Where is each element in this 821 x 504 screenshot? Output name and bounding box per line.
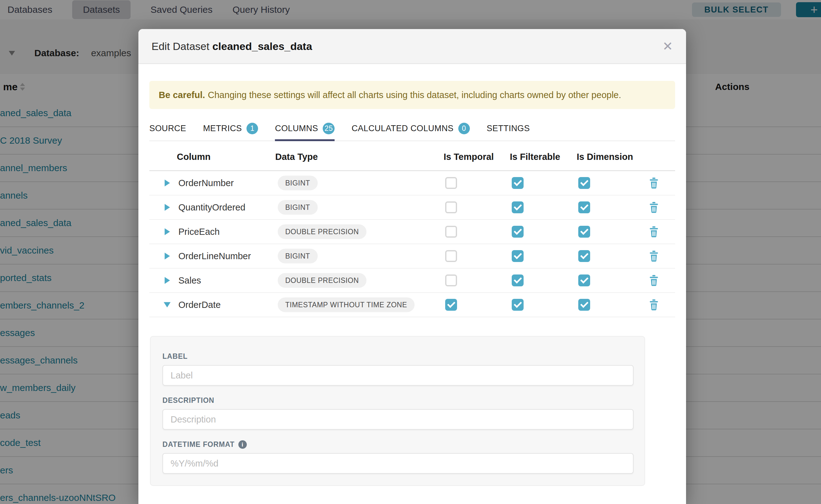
- expand-row-icon[interactable]: [165, 204, 170, 211]
- data-type-pill: DOUBLE PRECISION: [278, 273, 366, 288]
- columns-table-header: Column Data Type Is Temporal Is Filterab…: [149, 141, 675, 171]
- is-filterable-checkbox[interactable]: [512, 250, 524, 262]
- data-type-pill: TIMESTAMP WITHOUT TIME ZONE: [278, 298, 415, 312]
- column-name: QuantityOrdered: [178, 202, 245, 213]
- data-type-pill: DOUBLE PRECISION: [278, 225, 366, 239]
- is-temporal-checkbox[interactable]: [445, 226, 457, 238]
- column-header-column: Column: [177, 152, 210, 162]
- label-input[interactable]: [162, 365, 634, 386]
- column-row-ordernumber: OrderNumberBIGINT: [149, 171, 675, 195]
- collapse-row-icon[interactable]: [164, 302, 171, 308]
- is-temporal-checkbox[interactable]: [445, 201, 457, 213]
- delete-column-button[interactable]: [649, 250, 659, 262]
- tab-source[interactable]: SOURCE: [149, 123, 186, 141]
- column-name: OrderDate: [178, 300, 220, 310]
- is-filterable-checkbox[interactable]: [512, 274, 524, 286]
- datetime-format-label-text: DATETIME FORMAT: [162, 440, 235, 449]
- delete-column-button[interactable]: [649, 177, 659, 189]
- description-input[interactable]: [162, 409, 634, 430]
- label-field-label: LABEL: [162, 352, 633, 361]
- is-temporal-checkbox[interactable]: [445, 274, 457, 286]
- tab-label: SETTINGS: [487, 124, 530, 133]
- is-filterable-checkbox[interactable]: [512, 177, 524, 189]
- datetime-format-input[interactable]: [162, 453, 634, 474]
- tab-label: METRICS: [203, 124, 242, 133]
- is-dimension-checkbox[interactable]: [578, 299, 590, 311]
- description-field-label: DESCRIPTION: [162, 396, 633, 405]
- delete-column-button[interactable]: [649, 226, 659, 237]
- tab-label: CALCULATED COLUMNS: [351, 124, 453, 133]
- warning-banner-text: Changing these settings will affect all …: [208, 90, 621, 100]
- columns-table-body: OrderNumberBIGINTQuantityOrderedBIGINTPr…: [149, 171, 675, 317]
- is-dimension-checkbox[interactable]: [578, 250, 590, 262]
- data-type-pill: BIGINT: [278, 176, 318, 190]
- expand-row-icon[interactable]: [165, 277, 170, 284]
- tab-count-badge: 25: [323, 123, 334, 134]
- column-row-orderlinenumber: OrderLineNumberBIGINT: [149, 244, 675, 269]
- column-name: OrderLineNumber: [178, 251, 251, 261]
- delete-column-button[interactable]: [649, 299, 659, 310]
- tab-settings[interactable]: SETTINGS: [487, 123, 530, 141]
- column-header-is-dimension: Is Dimension: [577, 152, 633, 162]
- is-temporal-checkbox[interactable]: [445, 177, 457, 189]
- is-filterable-checkbox[interactable]: [512, 226, 524, 238]
- tab-label: COLUMNS: [275, 124, 318, 133]
- is-dimension-checkbox[interactable]: [578, 201, 590, 213]
- column-header-data-type: Data Type: [275, 152, 318, 162]
- column-detail-panel: LABEL DESCRIPTION DATETIME FORMAT i: [150, 336, 645, 486]
- tab-calculated-columns[interactable]: CALCULATED COLUMNS0: [351, 123, 470, 141]
- is-dimension-checkbox[interactable]: [578, 177, 590, 189]
- tab-count-badge: 0: [458, 123, 470, 134]
- column-header-is-filterable: Is Filterable: [510, 152, 560, 162]
- column-name: PriceEach: [178, 227, 220, 237]
- data-type-pill: BIGINT: [278, 249, 318, 264]
- modal-title-dataset-name: cleaned_sales_data: [212, 40, 312, 52]
- column-row-quantityordered: QuantityOrderedBIGINT: [149, 195, 675, 220]
- tab-label: SOURCE: [149, 124, 186, 133]
- expand-row-icon[interactable]: [165, 253, 170, 259]
- is-temporal-checkbox[interactable]: [445, 250, 457, 262]
- warning-banner: Be careful. Changing these settings will…: [149, 81, 675, 109]
- is-dimension-checkbox[interactable]: [578, 226, 590, 238]
- datetime-format-field-label: DATETIME FORMAT i: [162, 440, 633, 449]
- tab-columns[interactable]: COLUMNS25: [275, 123, 334, 141]
- column-header-is-temporal: Is Temporal: [444, 152, 494, 162]
- data-type-pill: BIGINT: [278, 200, 318, 215]
- column-row-priceeach: PriceEachDOUBLE PRECISION: [149, 220, 675, 244]
- column-name: OrderNumber: [178, 178, 234, 188]
- tab-metrics[interactable]: METRICS1: [203, 123, 258, 141]
- delete-column-button[interactable]: [649, 202, 659, 213]
- modal-header: Edit Dataset cleaned_sales_data ✕: [138, 29, 686, 64]
- edit-dataset-modal: Edit Dataset cleaned_sales_data ✕ Be car…: [138, 29, 686, 504]
- expand-row-icon[interactable]: [165, 228, 170, 235]
- is-dimension-checkbox[interactable]: [578, 274, 590, 286]
- column-name: Sales: [178, 275, 201, 286]
- expand-row-icon[interactable]: [165, 180, 170, 186]
- tab-count-badge: 1: [246, 123, 258, 134]
- is-filterable-checkbox[interactable]: [512, 201, 524, 213]
- modal-tab-bar: SOURCEMETRICS1COLUMNS25CALCULATED COLUMN…: [149, 123, 675, 141]
- delete-column-button[interactable]: [649, 275, 659, 286]
- column-row-orderdate: OrderDateTIMESTAMP WITHOUT TIME ZONE: [149, 293, 675, 317]
- modal-body: Be careful. Changing these settings will…: [138, 81, 686, 486]
- modal-title-prefix: Edit Dataset: [151, 40, 209, 52]
- column-row-sales: SalesDOUBLE PRECISION: [149, 269, 675, 293]
- warning-banner-bold: Be careful.: [159, 90, 205, 100]
- info-icon[interactable]: i: [238, 440, 247, 449]
- is-filterable-checkbox[interactable]: [512, 299, 524, 311]
- is-temporal-checkbox[interactable]: [445, 299, 457, 311]
- close-icon[interactable]: ✕: [662, 40, 673, 52]
- modal-title: Edit Dataset cleaned_sales_data: [151, 40, 312, 52]
